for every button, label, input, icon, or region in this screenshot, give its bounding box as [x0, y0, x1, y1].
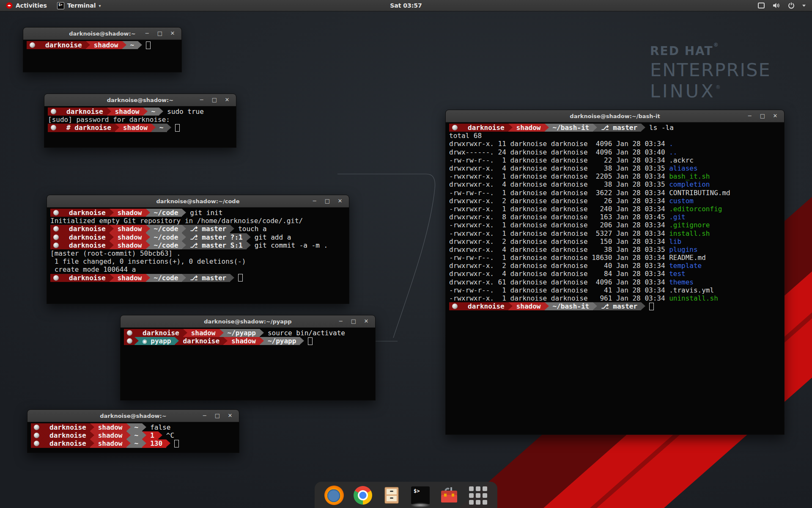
prompt-segment: ⎇ master	[597, 302, 641, 310]
powerline-separator-icon	[142, 423, 146, 431]
maximize-button[interactable]: □	[758, 110, 767, 122]
minimize-button[interactable]: −	[745, 110, 754, 122]
powerline-separator-icon	[508, 302, 513, 310]
minimize-button[interactable]: −	[336, 315, 346, 327]
maximize-button[interactable]: □	[155, 28, 165, 39]
window-controls: −□✕	[336, 315, 375, 327]
prompt-line: # darknoiseshadow~	[48, 124, 236, 132]
powerline-separator-icon	[110, 241, 114, 249]
prompt-segment: ◉ pyapp	[139, 337, 175, 345]
powerline-separator-icon	[142, 431, 146, 439]
prompt-segment: shadow	[114, 241, 146, 249]
prompt-segment: ~	[131, 423, 143, 431]
toolbox-icon[interactable]	[439, 485, 459, 505]
redhat-prompt-icon	[34, 441, 39, 446]
window-titlebar[interactable]: darknoise@shadow:~/pyapp−□✕	[121, 315, 375, 328]
prompt-segment: darknoise	[139, 329, 183, 337]
terminal-content[interactable]: darknoiseshadow~	[23, 40, 181, 49]
close-button[interactable]: ✕	[335, 195, 345, 207]
powerline-separator-icon	[90, 431, 94, 439]
close-button[interactable]: ✕	[168, 28, 177, 39]
volume-icon[interactable]	[772, 2, 781, 9]
prompt-segment: darknoise	[46, 439, 90, 447]
maximize-button[interactable]: □	[210, 94, 219, 106]
output-line: [sudo] password for darknoise:	[48, 116, 236, 124]
output-line: total 68	[449, 132, 784, 140]
app-menu-label: Terminal	[67, 2, 96, 9]
prompt-line: darknoiseshadow~	[27, 41, 181, 49]
powerline-separator-icon	[41, 431, 46, 439]
terminal-content[interactable]: darknoiseshadow~/bash-it⎇ masterls -lato…	[446, 122, 784, 310]
chevron-down-icon[interactable]	[802, 4, 806, 7]
app-menu-terminal[interactable]: $> Terminal ▾	[53, 0, 105, 11]
maximize-button[interactable]: □	[349, 315, 358, 327]
clock[interactable]: Sat 03:57	[390, 0, 422, 11]
powerline-separator-icon	[641, 124, 645, 132]
output-line: -rwxrwxr-x. 1 darknoise darknoise 961 Ja…	[449, 294, 784, 302]
display-icon[interactable]	[757, 2, 765, 9]
prompt-icon-chip	[50, 274, 61, 282]
window-controls: −□✕	[310, 195, 349, 207]
prompt-line: darknoiseshadow~/bash-it⎇ masterls -la	[449, 124, 784, 132]
terminal-content[interactable]: darknoiseshadow~/pyappsource bin/activat…	[121, 328, 375, 345]
window-controls: −□✕	[197, 94, 236, 106]
minimize-button[interactable]: −	[200, 410, 209, 422]
terminal-icon[interactable]: $>	[410, 485, 431, 505]
prompt-segment: shadow	[94, 431, 126, 439]
command-text: git init	[190, 209, 222, 217]
firefox-icon[interactable]	[324, 485, 344, 505]
window-titlebar[interactable]: darknoise@shadow:~/bash-it−□✕	[446, 110, 784, 122]
prompt-segment: ⎇ master ?:1	[186, 233, 246, 241]
prompt-segment: ⎇ master S:1	[186, 241, 246, 249]
command-text: ls -la	[649, 124, 674, 132]
prompt-segment: darknoise	[65, 274, 110, 282]
output-line: [master (root-commit) 50bcb63] .	[50, 249, 349, 257]
power-icon[interactable]	[787, 2, 795, 9]
powerline-separator-icon	[122, 41, 126, 49]
terminal-cursor	[174, 440, 179, 447]
maximize-button[interactable]: □	[323, 195, 332, 207]
prompt-segment: shadow	[513, 124, 545, 132]
app-grid-icon[interactable]	[468, 485, 488, 505]
output-line: drwxrwxr-x. 2 darknoise darknoise 150 Ja…	[449, 237, 784, 246]
prompt-icon-chip	[50, 241, 61, 249]
close-button[interactable]: ✕	[225, 410, 235, 422]
terminal-content[interactable]: darknoiseshadow~sudo true[sudo] password…	[44, 106, 236, 132]
window-titlebar[interactable]: darknoise@shadow:~/code−□✕	[47, 195, 349, 207]
powerline-separator-icon	[61, 209, 65, 217]
powerline-separator-icon	[545, 302, 549, 310]
files-icon[interactable]	[381, 485, 402, 505]
prompt-line: darknoiseshadow~/bash-it⎇ master	[449, 302, 784, 310]
window-controls: −□✕	[745, 110, 784, 122]
terminal-window: darknoise@shadow:~−□✕darknoiseshadow~sud…	[44, 94, 236, 148]
redhat-prompt-icon	[51, 109, 56, 114]
window-titlebar[interactable]: darknoise@shadow:~−□✕	[44, 94, 236, 106]
prompt-icon-chip	[50, 225, 61, 233]
powerline-separator-icon	[146, 209, 150, 217]
minimize-button[interactable]: −	[143, 28, 152, 39]
activities-button[interactable]: Activities	[0, 0, 53, 11]
minimize-button[interactable]: −	[310, 195, 319, 207]
close-button[interactable]: ✕	[222, 94, 232, 106]
terminal-content[interactable]: darknoiseshadow~falsedarknoiseshadow~1^C…	[27, 422, 239, 448]
powerline-separator-icon	[182, 274, 186, 282]
terminal-window: darknoise@shadow:~−□✕darknoiseshadow~	[23, 27, 182, 72]
window-titlebar[interactable]: darknoise@shadow:~−□✕	[23, 28, 181, 40]
prompt-line: darknoiseshadow~1^C	[31, 431, 239, 439]
powerline-separator-icon	[146, 233, 150, 241]
output-line: drwxrwxr-x. 4 darknoise darknoise 38 Jan…	[449, 180, 784, 188]
terminal-content[interactable]: darknoiseshadow~/codegit initInitialized…	[47, 207, 349, 282]
close-button[interactable]: ✕	[362, 315, 371, 327]
powerline-separator-icon	[41, 439, 46, 447]
chrome-icon[interactable]	[353, 485, 373, 505]
prompt-icon-chip	[31, 423, 41, 431]
minimize-button[interactable]: −	[197, 94, 206, 106]
prompt-icon-chip	[50, 209, 61, 217]
powerline-separator-icon	[175, 337, 179, 345]
window-controls: −□✕	[143, 28, 181, 39]
output-line: -rwxrwxr-x. 1 darknoise darknoise 240 Ja…	[449, 205, 784, 213]
window-titlebar[interactable]: darknoise@shadow:~−□✕	[27, 410, 239, 422]
close-button[interactable]: ✕	[771, 110, 780, 122]
output-line: drwxrwxr-x. 4 darknoise darknoise 84 Jan…	[449, 270, 784, 278]
maximize-button[interactable]: □	[213, 410, 222, 422]
